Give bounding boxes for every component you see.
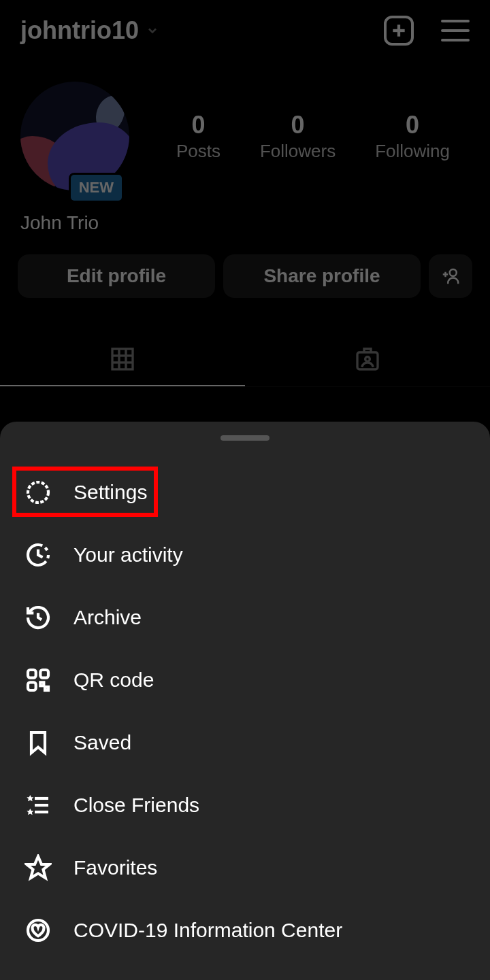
menu-item-saved[interactable]: Saved [0,711,490,774]
svg-rect-18 [45,687,48,690]
close-friends-icon [23,790,53,820]
profile-section: NEW 0 Posts 0 Followers 0 Following John… [0,61,490,234]
stat-label: Following [375,141,450,162]
bottom-sheet: Settings Your activity Archive QR code S… [0,422,490,980]
svg-rect-17 [40,682,44,686]
bookmark-icon [23,728,53,758]
star-icon [23,853,53,883]
settings-icon [23,477,53,507]
svg-rect-5 [112,349,133,369]
chevron-down-icon [146,24,159,37]
menu-item-settings[interactable]: Settings [0,461,490,524]
discover-people-button[interactable] [429,254,472,298]
menu-item-close-friends[interactable]: Close Friends [0,774,490,837]
stats: 0 Posts 0 Followers 0 Following [157,111,470,162]
new-badge: NEW [69,173,124,203]
menu-label: Saved [74,731,131,754]
plus-icon [390,22,408,39]
stat-following[interactable]: 0 Following [375,111,450,162]
grid-icon [109,345,136,373]
menu-label: Close Friends [74,794,199,817]
menu-label: Favorites [74,856,157,879]
svg-marker-24 [27,856,49,878]
stat-value: 0 [260,111,336,139]
menu-item-archive[interactable]: Archive [0,586,490,649]
svg-point-11 [365,357,370,362]
heart-circle-icon [23,915,53,945]
menu-item-favorites[interactable]: Favorites [0,837,490,899]
stat-label: Posts [176,141,220,162]
sheet-handle[interactable] [220,435,270,441]
menu-label: COVID-19 Information Center [74,919,342,942]
svg-rect-15 [40,670,48,678]
svg-marker-23 [27,809,33,815]
stat-label: Followers [260,141,336,162]
header-actions [384,16,470,46]
menu-label: Archive [74,606,142,629]
add-user-icon [440,266,461,286]
svg-point-12 [28,482,48,503]
profile-tabs [0,332,490,387]
tab-tagged[interactable] [245,332,490,386]
profile-page-dimmed: johntrio10 NEW 0 [0,0,490,387]
svg-rect-16 [28,682,36,690]
username: johntrio10 [20,16,139,45]
create-button[interactable] [384,16,414,46]
stat-value: 0 [176,111,220,139]
stat-followers[interactable]: 0 Followers [260,111,336,162]
profile-buttons: Edit profile Share profile [18,254,472,298]
edit-profile-button[interactable]: Edit profile [18,254,215,298]
menu-label: Settings [74,481,147,504]
archive-icon [23,603,53,632]
stat-value: 0 [375,111,450,139]
menu-item-qr[interactable]: QR code [0,649,490,711]
menu-item-covid[interactable]: COVID-19 Information Center [0,899,490,962]
svg-rect-14 [28,670,36,678]
menu-label: QR code [74,669,154,692]
menu-button[interactable] [441,20,470,41]
stat-posts[interactable]: 0 Posts [176,111,220,162]
tagged-icon [354,345,381,373]
activity-icon [23,540,53,570]
share-profile-button[interactable]: Share profile [223,254,421,298]
tab-grid[interactable] [0,332,245,386]
header: johntrio10 [0,0,490,61]
menu-label: Your activity [74,543,183,567]
profile-top: NEW 0 Posts 0 Followers 0 Following [20,82,470,190]
menu-item-activity[interactable]: Your activity [0,524,490,586]
username-selector[interactable]: johntrio10 [20,16,159,45]
avatar-wrap[interactable]: NEW [20,82,129,190]
svg-marker-22 [27,795,33,801]
qr-icon [23,665,53,695]
svg-point-2 [450,269,457,276]
display-name: John Trio [20,212,470,234]
